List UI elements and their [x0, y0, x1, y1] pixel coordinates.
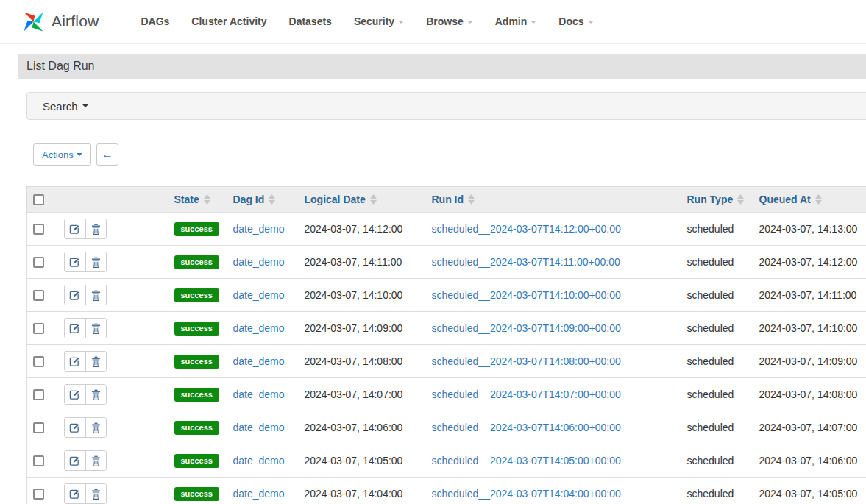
delete-button[interactable] — [85, 252, 106, 271]
run-id-link[interactable]: scheduled__2024-03-07T14:10:00+00:00 — [432, 289, 621, 301]
column-header-logical-date[interactable]: Logical Date — [299, 187, 426, 213]
row-checkbox[interactable] — [33, 257, 44, 268]
nav-item-cluster-activity[interactable]: Cluster Activity — [180, 15, 277, 27]
run-id-link[interactable]: scheduled__2024-03-07T14:05:00+00:00 — [432, 455, 621, 466]
edit-button[interactable] — [65, 319, 85, 338]
delete-button[interactable] — [85, 385, 106, 404]
table-row: success date_demo 2024-03-07, 14:08:00 s… — [27, 345, 866, 378]
run-id-link[interactable]: scheduled__2024-03-07T14:07:00+00:00 — [432, 388, 621, 400]
edit-button[interactable] — [65, 252, 85, 271]
edit-button[interactable] — [65, 451, 85, 470]
dag-id-link[interactable]: date_demo — [233, 388, 285, 400]
dag-id-cell: date_demo — [227, 213, 299, 246]
dag-id-link[interactable]: date_demo — [233, 256, 285, 268]
back-button[interactable]: ← — [96, 143, 118, 166]
row-checkbox[interactable] — [33, 422, 44, 433]
run-type-cell: scheduled — [681, 345, 753, 378]
nav-item-browse[interactable]: Browse — [415, 15, 484, 27]
delete-button[interactable] — [85, 418, 106, 437]
nav-item-security[interactable]: Security — [343, 15, 415, 27]
delete-button[interactable] — [85, 451, 106, 470]
queued-at-cell: 2024-03-07, 14:13:00 — [753, 213, 866, 246]
trash-icon — [91, 389, 101, 400]
edit-button[interactable] — [65, 484, 85, 503]
airflow-logo-icon — [22, 10, 45, 33]
trash-icon — [91, 455, 101, 466]
run-id-link[interactable]: scheduled__2024-03-07T14:04:00+00:00 — [432, 488, 621, 500]
row-checkbox[interactable] — [33, 356, 44, 367]
row-checkbox[interactable] — [33, 224, 44, 235]
trash-icon — [91, 422, 101, 433]
dag-id-link[interactable]: date_demo — [233, 223, 285, 235]
logical-date-cell: 2024-03-07, 14:08:00 — [299, 345, 426, 378]
row-checkbox[interactable] — [33, 389, 44, 400]
trash-icon — [91, 257, 101, 268]
edit-button[interactable] — [65, 219, 85, 238]
dag-id-link[interactable]: date_demo — [233, 455, 285, 466]
run-id-link[interactable]: scheduled__2024-03-07T14:09:00+00:00 — [432, 322, 621, 334]
row-checkbox[interactable] — [33, 290, 44, 301]
dagrun-table-body: success date_demo 2024-03-07, 14:12:00 s… — [27, 213, 866, 504]
dag-id-link[interactable]: date_demo — [233, 422, 285, 433]
sort-arrows-icon — [468, 194, 475, 205]
sort-arrows-icon — [815, 194, 822, 205]
column-header-run-id[interactable]: Run Id — [426, 187, 681, 213]
state-cell: success — [168, 444, 227, 478]
state-cell: success — [168, 246, 227, 279]
run-id-link[interactable]: scheduled__2024-03-07T14:06:00+00:00 — [432, 422, 621, 433]
nav-item-dags[interactable]: DAGs — [129, 15, 180, 27]
dag-id-cell: date_demo — [227, 444, 299, 478]
row-actions-cell — [58, 478, 168, 504]
dag-id-link[interactable]: date_demo — [233, 488, 285, 500]
dag-id-link[interactable]: date_demo — [233, 289, 285, 301]
run-id-link[interactable]: scheduled__2024-03-07T14:08:00+00:00 — [432, 355, 621, 367]
dag-id-cell: date_demo — [227, 345, 299, 378]
delete-button[interactable] — [85, 319, 106, 338]
table-row: success date_demo 2024-03-07, 14:09:00 s… — [27, 312, 866, 345]
edit-button[interactable] — [65, 352, 85, 371]
nav-item-docs[interactable]: Docs — [547, 15, 604, 27]
row-checkbox[interactable] — [33, 323, 44, 334]
edit-button[interactable] — [65, 385, 85, 404]
nav-item-datasets[interactable]: Datasets — [278, 15, 343, 27]
caret-down-icon — [467, 21, 473, 24]
state-cell: success — [168, 478, 227, 504]
nav-item-admin[interactable]: Admin — [484, 15, 548, 27]
caret-down-icon — [588, 21, 594, 24]
edit-button[interactable] — [65, 418, 85, 437]
table-header-row: State Dag Id Logical Date Run Id Run Typ… — [27, 187, 866, 213]
run-id-link[interactable]: scheduled__2024-03-07T14:12:00+00:00 — [432, 223, 621, 235]
trash-icon — [91, 489, 101, 500]
run-type-cell: scheduled — [681, 411, 753, 444]
delete-button[interactable] — [85, 285, 106, 305]
delete-button[interactable] — [85, 352, 106, 371]
row-actions-cell — [58, 411, 168, 444]
dag-id-cell: date_demo — [227, 378, 299, 411]
row-select-cell — [27, 279, 58, 312]
column-header-run-type[interactable]: Run Type — [681, 187, 753, 213]
airflow-brand[interactable]: Airflow — [22, 10, 99, 33]
column-header-queued-at[interactable]: Queued At — [753, 187, 866, 213]
run-type-cell: scheduled — [681, 478, 753, 504]
table-row: success date_demo 2024-03-07, 14:12:00 s… — [27, 213, 866, 246]
row-select-cell — [27, 378, 58, 411]
select-all-checkbox[interactable] — [33, 194, 44, 205]
run-type-cell: scheduled — [681, 312, 753, 345]
delete-button[interactable] — [85, 484, 106, 503]
caret-down-icon — [77, 153, 82, 156]
actions-dropdown-button[interactable]: Actions — [33, 143, 91, 166]
dagrun-table-container: State Dag Id Logical Date Run Id Run Typ… — [26, 186, 866, 504]
search-filter-toggle[interactable]: Search — [26, 92, 866, 120]
edit-button[interactable] — [65, 285, 85, 305]
delete-button[interactable] — [85, 219, 106, 238]
column-header-dag-id[interactable]: Dag Id — [227, 187, 299, 213]
table-row: success date_demo 2024-03-07, 14:07:00 s… — [27, 378, 866, 411]
row-checkbox[interactable] — [33, 489, 44, 500]
run-id-link[interactable]: scheduled__2024-03-07T14:11:00+00:00 — [432, 256, 620, 268]
logical-date-cell: 2024-03-07, 14:10:00 — [299, 279, 426, 312]
column-header-state[interactable]: State — [168, 187, 227, 213]
dag-id-link[interactable]: date_demo — [233, 355, 285, 367]
row-select-cell — [27, 345, 58, 378]
dag-id-link[interactable]: date_demo — [233, 322, 285, 334]
row-checkbox[interactable] — [33, 455, 44, 466]
